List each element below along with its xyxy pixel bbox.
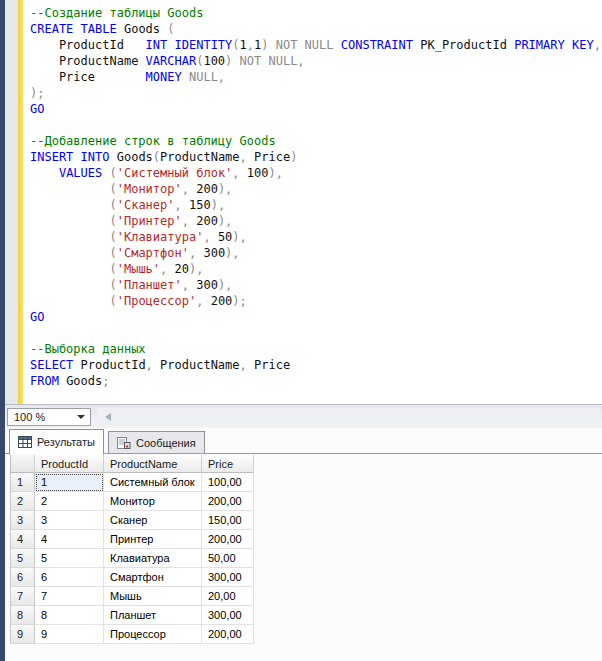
grid-cell[interactable]: 20,00 [202,587,254,606]
code-line: ('Сканер', 150), [30,197,602,213]
table-row: 33Сканер150,00 [10,511,254,530]
grid-body: 11Системный блок100,0022Монитор200,0033С… [10,473,254,644]
grid-cell[interactable]: 9 [35,625,104,644]
code-line: FROM Goods; [30,373,602,389]
code-line [30,325,602,341]
tab-messages-label: Сообщения [136,437,196,449]
code-line: ProductName VARCHAR(100) NOT NULL, [30,53,602,69]
grid-cell[interactable]: Принтер [104,530,202,549]
grid-cell[interactable]: 2 [35,492,104,511]
grid-cell[interactable]: 200,00 [202,492,254,511]
grid-cell[interactable]: Планшет [104,606,202,625]
editor-gutter [5,0,18,404]
grid-cell[interactable]: 4 [35,530,104,549]
editor-bottom-bar: 100 % [5,404,602,429]
code-line: Price MONEY NULL, [30,69,602,85]
row-header[interactable]: 1 [10,473,35,492]
row-header[interactable]: 7 [10,587,35,606]
dropdown-arrow-icon[interactable] [77,415,85,419]
zoom-dropdown[interactable]: 100 % [7,408,91,426]
column-header[interactable]: ProductId [35,455,104,473]
results-panel: ProductIdProductNamePrice 11Системный бл… [5,454,602,661]
code-line: VALUES ('Системный блок', 100), [30,165,602,181]
code-lines[interactable]: --Создание таблицы GoodsCREATE TABLE Goo… [23,0,602,404]
messages-icon [117,436,131,449]
grid-cell[interactable]: 7 [35,587,104,606]
table-row: 88Планшет300,00 [10,606,254,625]
row-header[interactable]: 6 [10,568,35,587]
grid-cell[interactable]: 1 [35,473,104,492]
results-grid: ProductIdProductNamePrice 11Системный бл… [10,455,254,644]
row-header[interactable]: 8 [10,606,35,625]
code-line: ('Процессор', 200); [30,293,602,309]
grid-cell[interactable]: 200,00 [202,530,254,549]
table-row: 55Клавиатура50,00 [10,549,254,568]
code-line: ('Клавиатура', 50), [30,229,602,245]
tab-messages[interactable]: Сообщения [108,431,205,454]
grid-cell[interactable]: 5 [35,549,104,568]
code-line: ('Планшет', 300), [30,277,602,293]
zoom-value: 100 % [14,411,45,423]
table-row: 44Принтер200,00 [10,530,254,549]
table-row: 66Смартфон300,00 [10,568,254,587]
code-line: ProductId INT IDENTITY(1,1) NOT NULL CON… [30,37,602,53]
results-tab-strip: Результаты Сообщения [5,428,602,454]
code-line: CREATE TABLE Goods ( [30,21,602,37]
column-header[interactable]: Price [202,455,254,473]
row-header[interactable]: 2 [10,492,35,511]
code-line: GO [30,101,602,117]
grid-cell[interactable]: Процессор [104,625,202,644]
grid-cell[interactable]: 50,00 [202,549,254,568]
row-header[interactable]: 3 [10,511,35,530]
table-row: 77Мышь20,00 [10,587,254,606]
tab-results-label: Результаты [37,436,95,448]
sql-editor[interactable]: --Создание таблицы GoodsCREATE TABLE Goo… [5,0,602,404]
tab-results[interactable]: Результаты [9,429,104,455]
scroll-left-arrow-icon[interactable] [105,413,111,421]
grid-cell[interactable]: Сканер [104,511,202,530]
code-line: SELECT ProductId, ProductName, Price [30,357,602,373]
grid-cell[interactable]: 8 [35,606,104,625]
code-line: ('Смартфон', 300), [30,245,602,261]
grid-cell[interactable]: Клавиатура [104,549,202,568]
grid-cell[interactable]: 100,00 [202,473,254,492]
grid-cell[interactable]: Смартфон [104,568,202,587]
grid-cell[interactable]: 300,00 [202,606,254,625]
column-header[interactable]: ProductName [104,455,202,473]
code-line: --Создание таблицы Goods [30,5,602,21]
code-line: ); [30,85,602,101]
row-header[interactable]: 5 [10,549,35,568]
grid-cell[interactable]: 6 [35,568,104,587]
code-line: ('Монитор', 200), [30,181,602,197]
grid-cell[interactable]: 300,00 [202,568,254,587]
code-line: INSERT INTO Goods(ProductName, Price) [30,149,602,165]
row-header[interactable]: 9 [10,625,35,644]
grid-cell[interactable]: 3 [35,511,104,530]
table-row: 99Процессор200,00 [10,625,254,644]
code-line: ('Мышь', 20), [30,261,602,277]
grid-cell[interactable]: 150,00 [202,511,254,530]
code-line: --Выборка данных [30,341,602,357]
row-header[interactable]: 4 [10,530,35,549]
table-row: 11Системный блок100,00 [10,473,254,492]
code-line: GO [30,309,602,325]
code-line: --Добавление строк в таблицу Goods [30,133,602,149]
horizontal-scrollbar[interactable] [97,408,600,426]
grid-cell[interactable]: 200,00 [202,625,254,644]
grid-header-row: ProductIdProductNamePrice [10,455,254,473]
code-line: ('Принтер', 200), [30,213,602,229]
code-line [30,117,602,133]
grid-icon [18,436,32,448]
grid-cell[interactable]: Монитор [104,492,202,511]
table-row: 22Монитор200,00 [10,492,254,511]
grid-corner-cell[interactable] [10,455,35,473]
grid-cell[interactable]: Системный блок [104,473,202,492]
grid-cell[interactable]: Мышь [104,587,202,606]
